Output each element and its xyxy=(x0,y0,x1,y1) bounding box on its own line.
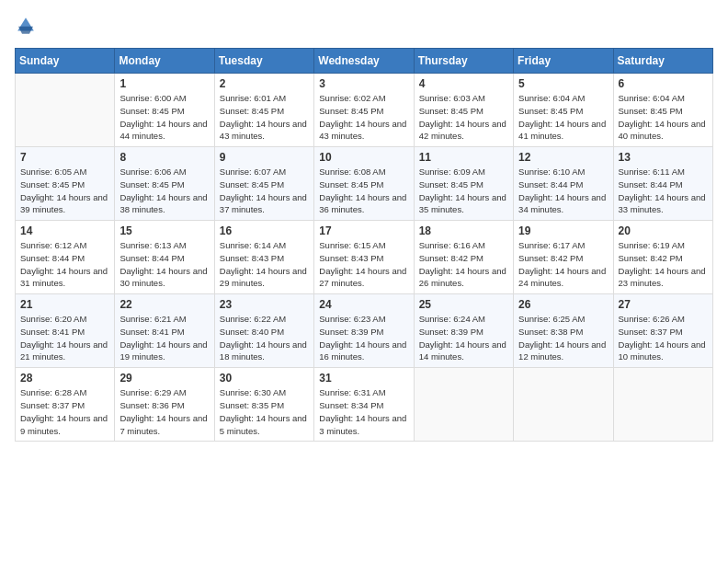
logo-icon xyxy=(15,15,37,37)
calendar-day-cell xyxy=(613,368,712,442)
day-number: 15 xyxy=(119,224,209,237)
calendar-day-cell: 14Sunrise: 6:12 AMSunset: 8:44 PMDayligh… xyxy=(16,221,115,294)
day-info: Sunrise: 6:07 AMSunset: 8:45 PMDaylight:… xyxy=(220,166,309,216)
calendar-day-cell: 11Sunrise: 6:09 AMSunset: 8:45 PMDayligh… xyxy=(414,147,513,221)
day-info: Sunrise: 6:19 AMSunset: 8:42 PMDaylight:… xyxy=(619,239,708,290)
day-number: 31 xyxy=(319,372,408,385)
calendar-week-row: 1Sunrise: 6:00 AMSunset: 8:45 PMDaylight… xyxy=(16,74,713,147)
calendar-day-cell: 10Sunrise: 6:08 AMSunset: 8:45 PMDayligh… xyxy=(314,147,414,221)
day-number: 3 xyxy=(319,77,408,90)
day-info: Sunrise: 6:21 AMSunset: 8:41 PMDaylight:… xyxy=(119,313,209,363)
calendar-day-cell xyxy=(514,368,613,442)
day-info: Sunrise: 6:23 AMSunset: 8:39 PMDaylight:… xyxy=(319,313,408,363)
calendar-day-cell: 25Sunrise: 6:24 AMSunset: 8:39 PMDayligh… xyxy=(414,294,513,368)
calendar-day-cell: 22Sunrise: 6:21 AMSunset: 8:41 PMDayligh… xyxy=(115,294,214,368)
day-info: Sunrise: 6:25 AMSunset: 8:38 PMDaylight:… xyxy=(518,313,608,363)
day-header-wednesday: Wednesday xyxy=(314,49,414,74)
day-number: 26 xyxy=(518,298,608,311)
calendar-day-cell: 1Sunrise: 6:00 AMSunset: 8:45 PMDaylight… xyxy=(115,74,214,147)
day-info: Sunrise: 6:20 AMSunset: 8:41 PMDaylight:… xyxy=(20,313,109,363)
day-info: Sunrise: 6:06 AMSunset: 8:45 PMDaylight:… xyxy=(119,166,209,216)
day-number: 8 xyxy=(119,151,209,164)
calendar-day-cell: 31Sunrise: 6:31 AMSunset: 8:34 PMDayligh… xyxy=(314,368,414,442)
day-info: Sunrise: 6:09 AMSunset: 8:45 PMDaylight:… xyxy=(419,166,508,216)
day-info: Sunrise: 6:28 AMSunset: 8:37 PMDaylight:… xyxy=(20,386,109,437)
day-header-sunday: Sunday xyxy=(16,49,115,74)
calendar-day-cell: 28Sunrise: 6:28 AMSunset: 8:37 PMDayligh… xyxy=(16,368,115,442)
calendar-day-cell: 19Sunrise: 6:17 AMSunset: 8:42 PMDayligh… xyxy=(514,221,613,294)
calendar-day-cell xyxy=(16,74,115,147)
day-number: 1 xyxy=(119,77,209,90)
day-number: 16 xyxy=(220,224,309,237)
day-number: 13 xyxy=(619,151,708,164)
day-number: 12 xyxy=(518,151,608,164)
svg-marker-1 xyxy=(18,27,33,34)
day-number: 25 xyxy=(419,298,508,311)
day-info: Sunrise: 6:13 AMSunset: 8:44 PMDaylight:… xyxy=(119,239,209,290)
day-info: Sunrise: 6:02 AMSunset: 8:45 PMDaylight:… xyxy=(319,92,408,143)
calendar-day-cell: 18Sunrise: 6:16 AMSunset: 8:42 PMDayligh… xyxy=(414,221,513,294)
calendar-day-cell: 24Sunrise: 6:23 AMSunset: 8:39 PMDayligh… xyxy=(314,294,414,368)
calendar-table: SundayMondayTuesdayWednesdayThursdayFrid… xyxy=(15,48,713,442)
calendar-day-cell: 5Sunrise: 6:04 AMSunset: 8:45 PMDaylight… xyxy=(514,74,613,147)
day-number: 9 xyxy=(220,151,309,164)
day-number: 24 xyxy=(319,298,408,311)
day-info: Sunrise: 6:03 AMSunset: 8:45 PMDaylight:… xyxy=(419,92,508,143)
day-info: Sunrise: 6:04 AMSunset: 8:45 PMDaylight:… xyxy=(518,92,608,143)
calendar-day-cell: 20Sunrise: 6:19 AMSunset: 8:42 PMDayligh… xyxy=(613,221,712,294)
day-number: 23 xyxy=(220,298,309,311)
calendar-day-cell: 9Sunrise: 6:07 AMSunset: 8:45 PMDaylight… xyxy=(214,147,313,221)
calendar-day-cell: 4Sunrise: 6:03 AMSunset: 8:45 PMDaylight… xyxy=(414,74,513,147)
day-info: Sunrise: 6:05 AMSunset: 8:45 PMDaylight:… xyxy=(20,166,109,216)
day-number: 19 xyxy=(518,224,608,237)
day-header-friday: Friday xyxy=(514,49,613,74)
day-number: 20 xyxy=(619,224,708,237)
day-info: Sunrise: 6:10 AMSunset: 8:44 PMDaylight:… xyxy=(518,166,608,216)
day-info: Sunrise: 6:24 AMSunset: 8:39 PMDaylight:… xyxy=(419,313,508,363)
calendar-header-row: SundayMondayTuesdayWednesdayThursdayFrid… xyxy=(16,49,713,74)
calendar-day-cell: 12Sunrise: 6:10 AMSunset: 8:44 PMDayligh… xyxy=(514,147,613,221)
day-number: 28 xyxy=(20,372,109,385)
day-number: 18 xyxy=(419,224,508,237)
day-info: Sunrise: 6:12 AMSunset: 8:44 PMDaylight:… xyxy=(20,239,109,290)
calendar-day-cell: 2Sunrise: 6:01 AMSunset: 8:45 PMDaylight… xyxy=(214,74,313,147)
calendar-day-cell: 16Sunrise: 6:14 AMSunset: 8:43 PMDayligh… xyxy=(214,221,313,294)
logo xyxy=(15,15,40,37)
day-number: 10 xyxy=(319,151,408,164)
day-info: Sunrise: 6:17 AMSunset: 8:42 PMDaylight:… xyxy=(518,239,608,290)
calendar-day-cell: 26Sunrise: 6:25 AMSunset: 8:38 PMDayligh… xyxy=(514,294,613,368)
day-header-monday: Monday xyxy=(115,49,214,74)
calendar-day-cell: 17Sunrise: 6:15 AMSunset: 8:43 PMDayligh… xyxy=(314,221,414,294)
calendar-day-cell: 3Sunrise: 6:02 AMSunset: 8:45 PMDaylight… xyxy=(314,74,414,147)
calendar-day-cell xyxy=(414,368,513,442)
day-number: 30 xyxy=(220,372,309,385)
calendar-day-cell: 30Sunrise: 6:30 AMSunset: 8:35 PMDayligh… xyxy=(214,368,313,442)
day-info: Sunrise: 6:08 AMSunset: 8:45 PMDaylight:… xyxy=(319,166,408,216)
calendar-day-cell: 15Sunrise: 6:13 AMSunset: 8:44 PMDayligh… xyxy=(115,221,214,294)
calendar-week-row: 7Sunrise: 6:05 AMSunset: 8:45 PMDaylight… xyxy=(16,147,713,221)
day-info: Sunrise: 6:22 AMSunset: 8:40 PMDaylight:… xyxy=(220,313,309,363)
calendar-day-cell: 23Sunrise: 6:22 AMSunset: 8:40 PMDayligh… xyxy=(214,294,313,368)
day-number: 29 xyxy=(119,372,209,385)
calendar-day-cell: 27Sunrise: 6:26 AMSunset: 8:37 PMDayligh… xyxy=(613,294,712,368)
day-info: Sunrise: 6:15 AMSunset: 8:43 PMDaylight:… xyxy=(319,239,408,290)
day-info: Sunrise: 6:30 AMSunset: 8:35 PMDaylight:… xyxy=(220,386,309,437)
day-number: 17 xyxy=(319,224,408,237)
calendar-day-cell: 7Sunrise: 6:05 AMSunset: 8:45 PMDaylight… xyxy=(16,147,115,221)
day-info: Sunrise: 6:16 AMSunset: 8:42 PMDaylight:… xyxy=(419,239,508,290)
day-info: Sunrise: 6:00 AMSunset: 8:45 PMDaylight:… xyxy=(119,92,209,143)
calendar-day-cell: 21Sunrise: 6:20 AMSunset: 8:41 PMDayligh… xyxy=(16,294,115,368)
calendar-day-cell: 29Sunrise: 6:29 AMSunset: 8:36 PMDayligh… xyxy=(115,368,214,442)
day-number: 6 xyxy=(619,77,708,90)
day-number: 11 xyxy=(419,151,508,164)
day-info: Sunrise: 6:11 AMSunset: 8:44 PMDaylight:… xyxy=(619,166,708,216)
calendar-day-cell: 13Sunrise: 6:11 AMSunset: 8:44 PMDayligh… xyxy=(613,147,712,221)
day-number: 2 xyxy=(220,77,309,90)
calendar-day-cell: 6Sunrise: 6:04 AMSunset: 8:45 PMDaylight… xyxy=(613,74,712,147)
day-info: Sunrise: 6:29 AMSunset: 8:36 PMDaylight:… xyxy=(119,386,209,437)
page-header xyxy=(15,15,713,37)
day-info: Sunrise: 6:01 AMSunset: 8:45 PMDaylight:… xyxy=(220,92,309,143)
calendar-week-row: 21Sunrise: 6:20 AMSunset: 8:41 PMDayligh… xyxy=(16,294,713,368)
day-number: 22 xyxy=(119,298,209,311)
day-header-thursday: Thursday xyxy=(414,49,513,74)
